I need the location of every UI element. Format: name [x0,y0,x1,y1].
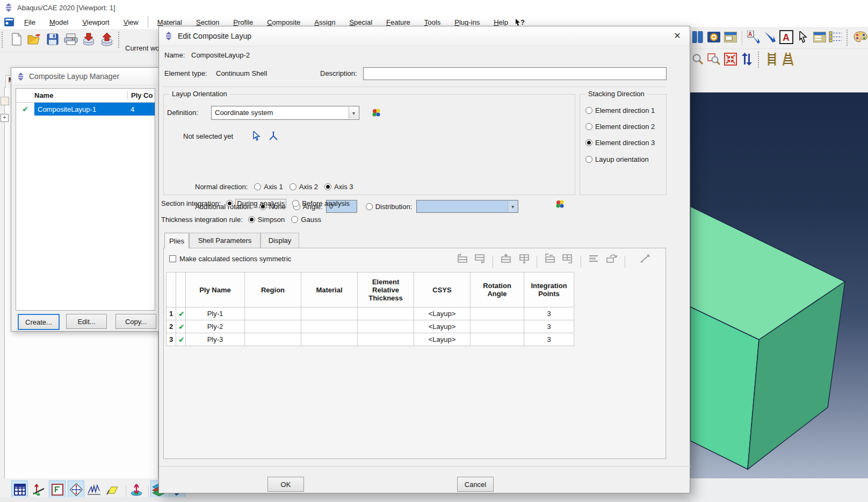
rotate-ply-button[interactable] [604,252,620,266]
tree-options-button[interactable] [829,29,843,45]
free-body-tool-button[interactable] [49,481,66,498]
element-direction-2-radio[interactable] [585,123,592,130]
before-analysis-radio[interactable] [292,200,299,207]
col-region[interactable]: Region [245,272,301,307]
ladder-straight-button[interactable] [764,51,779,67]
toolbar-handle[interactable] [758,52,761,68]
chevron-down-icon[interactable]: ▾ [508,201,517,212]
col-points[interactable]: Integration Points [524,272,574,307]
model-database-icon[interactable] [4,18,14,26]
select-cursor-button[interactable] [795,29,810,45]
viewport-window-button[interactable] [723,29,737,45]
manager-title-bar[interactable]: Composite Layup Manager [11,68,159,85]
col-ply-name[interactable]: Ply Name [186,272,245,307]
tree-expander-icon[interactable]: + [1,114,9,122]
canvas-button[interactable] [707,29,721,45]
rotation-distribution-radio[interactable] [366,203,373,210]
ply-name-cell[interactable]: Ply-1 [186,307,245,320]
ply-points-cell[interactable]: 3 [524,320,574,333]
distribution-datum-icon[interactable] [555,199,566,210]
viewport-tile-button[interactable] [690,29,705,45]
menu-file[interactable]: File [17,17,42,28]
session-import-button[interactable] [81,31,97,48]
menu-model[interactable]: Model [42,17,75,28]
create-button[interactable]: Create... [18,314,60,330]
ply-name-cell[interactable]: Ply-3 [186,333,245,346]
datum-tool-button[interactable] [68,481,84,498]
tab-display[interactable]: Display [261,233,299,248]
col-rotation[interactable]: Rotation Angle [471,272,524,307]
cancel-button[interactable]: Cancel [457,477,494,492]
col-material[interactable]: Material [301,272,358,307]
toolbar-handle[interactable] [2,32,5,48]
fit-view-button[interactable] [723,51,737,67]
edit-button[interactable]: Edit... [66,314,107,329]
session-export-button[interactable] [99,31,115,48]
toolbar-handle[interactable] [847,30,850,46]
annotate-pointer-button[interactable]: A [747,29,761,45]
edit-ply-button[interactable] [638,252,654,266]
tree-item-icon[interactable] [1,97,9,105]
skin-tool-button[interactable] [103,481,120,498]
orientation-tool-button[interactable] [30,481,47,498]
ladder-perspective-button[interactable] [781,51,795,67]
menu-viewport[interactable]: Viewport [75,17,116,28]
pattern-ply-button[interactable] [586,252,602,266]
csys-triad-icon[interactable] [268,131,279,141]
ply-row-3[interactable]: 3 ✔ Ply-3 <Layup> 3 [167,333,574,346]
menu-view[interactable]: View [117,17,146,28]
manager-col-name[interactable]: Name [34,91,127,99]
new-file-button[interactable] [9,31,25,48]
ply-csys-cell[interactable]: <Layup> [414,333,471,346]
layup-orientation-radio[interactable] [585,156,592,163]
save-button[interactable] [45,31,61,48]
copy-ply-up-button[interactable] [542,252,558,266]
tab-shell-parameters[interactable]: Shell Parameters [189,233,261,248]
ply-name-cell[interactable]: Ply-2 [186,320,245,333]
during-analysis-radio[interactable] [226,200,233,207]
toolbar-handle[interactable] [118,32,121,48]
reference-point-tool-button[interactable] [128,481,144,498]
arrow-annotation-button[interactable] [763,29,777,45]
manager-row[interactable]: ✔ CompositeLayup-1 4 [16,103,155,116]
definition-select[interactable]: Coordinate system ▾ [211,106,359,120]
element-direction-3-radio[interactable] [585,139,592,146]
ply-table-tool-button[interactable] [11,481,28,498]
tab-plies[interactable]: Plies [164,233,189,248]
datum-csys-icon[interactable] [371,107,382,118]
open-file-button[interactable] [26,31,42,48]
zoom-box-button[interactable] [707,51,721,67]
ply-row-1[interactable]: 1 ✔ Ply-1 <Layup> 3 [167,307,574,320]
ply-points-cell[interactable]: 3 [524,307,574,320]
context-help-button[interactable]: ? [515,18,525,26]
close-icon[interactable]: ✕ [669,28,685,42]
move-ply-down-button[interactable] [472,252,488,266]
options-window-button[interactable] [812,29,827,45]
pan-updown-button[interactable] [740,51,754,67]
insert-ply-after-button[interactable] [516,252,532,266]
symmetric-checkbox[interactable] [169,255,176,262]
description-input[interactable] [363,67,667,80]
magnify-button[interactable] [690,51,705,67]
distribution-select[interactable]: ▾ [416,200,518,213]
ply-csys-cell[interactable]: <Layup> [414,320,471,333]
col-thickness[interactable]: Element Relative Thickness [358,272,414,307]
copy-button[interactable]: Copy... [115,314,156,329]
edit-selection-cursor-icon[interactable] [253,131,261,141]
text-annotation-button[interactable]: A [779,29,794,45]
move-ply-up-button[interactable] [454,252,470,266]
print-button[interactable] [63,31,79,48]
copy-ply-down-button[interactable] [560,252,576,266]
axis3-radio[interactable] [324,183,331,190]
dialog-title-bar[interactable]: Edit Composite Layup [159,26,690,46]
gauss-radio[interactable] [291,216,298,223]
manager-col-plycount[interactable]: Ply Co [127,91,155,99]
insert-ply-before-button[interactable] [498,252,514,266]
ply-row-2[interactable]: 2 ✔ Ply-2 <Layup> 3 [167,320,574,333]
axis2-radio[interactable] [290,183,296,190]
simpson-radio[interactable] [248,216,255,223]
col-csys[interactable]: CSYS [414,272,471,307]
chevron-down-icon[interactable]: ▾ [349,107,358,119]
color-palette-button[interactable] [853,29,868,45]
ok-button[interactable]: OK [267,477,304,492]
